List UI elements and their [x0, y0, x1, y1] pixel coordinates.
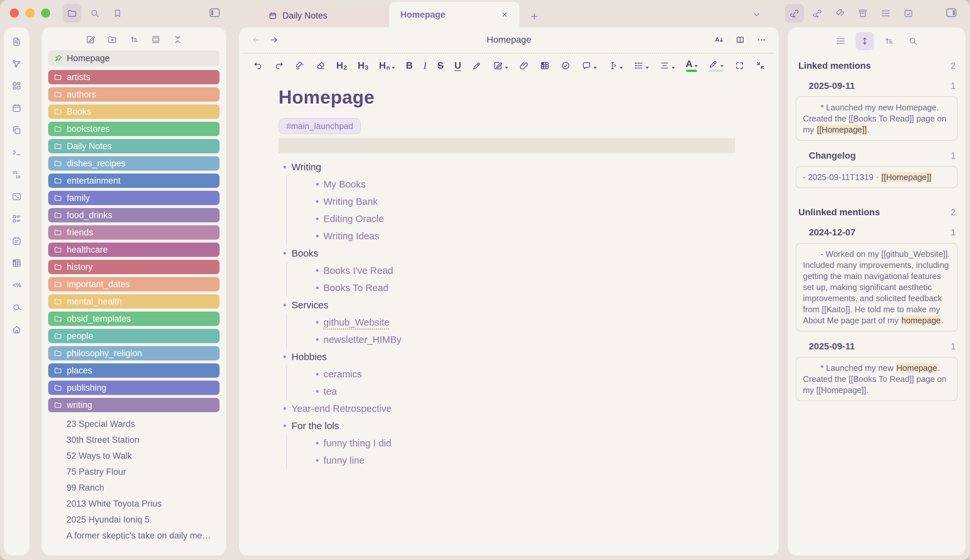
minimize-window-button[interactable] [25, 8, 35, 18]
folder-people[interactable]: people [48, 329, 220, 343]
outgoing-links-button[interactable] [808, 4, 827, 23]
home-button[interactable] [12, 324, 22, 335]
underline-button[interactable]: U [449, 60, 467, 71]
graph-view-button[interactable] [12, 58, 22, 69]
collapse-all-button[interactable] [173, 35, 183, 45]
mention-group-2025-09-11[interactable]: 2025-09-111 [796, 71, 958, 97]
duplicate-note-button[interactable] [12, 125, 22, 135]
fullscreen-button[interactable] [729, 60, 750, 71]
text-transform-button[interactable] [602, 60, 628, 71]
note-link-ceramics[interactable]: ceramics [287, 365, 735, 383]
text-color-button[interactable]: A [680, 59, 703, 72]
folder-friends[interactable]: friends [48, 225, 220, 240]
note-link-funny-line[interactable]: funny line [287, 452, 735, 469]
italic-button[interactable]: I [418, 60, 432, 71]
daily-notes-button[interactable] [12, 236, 22, 246]
new-tab-button[interactable] [529, 12, 539, 22]
mention-group-2025-09-11[interactable]: 2025-09-111 [796, 332, 958, 357]
toggle-right-sidebar-button[interactable] [945, 7, 958, 19]
new-folder-button[interactable] [107, 35, 117, 45]
calendar-button[interactable] [12, 103, 22, 113]
archive-button[interactable] [853, 4, 872, 23]
close-tab-button[interactable] [501, 11, 508, 18]
daily-note-button[interactable] [899, 4, 918, 23]
note-link-writing-bank[interactable]: Writing Bank [287, 193, 735, 210]
file-23-special-wards[interactable]: 23 Special Wards [48, 416, 220, 432]
folder-history[interactable]: history [48, 260, 220, 274]
new-note-button[interactable] [85, 35, 95, 45]
folder-food-drinks[interactable]: food_drinks [48, 208, 220, 222]
file-99-ranch[interactable]: 99 Ranch [48, 480, 220, 496]
mention-card[interactable]: - 2025-09-11T1319 · [[Homepage]] [796, 166, 958, 188]
files-button[interactable] [63, 4, 82, 23]
search-button[interactable] [85, 4, 104, 23]
strikethrough-button[interactable]: S [432, 60, 449, 71]
folder-philosophy-religion[interactable]: philosophy_religion [48, 346, 220, 360]
highlight-color-button[interactable] [703, 59, 729, 72]
list-format-button[interactable] [628, 60, 654, 71]
task-button[interactable] [555, 60, 576, 71]
sort-order-button[interactable] [129, 35, 139, 45]
tab-homepage[interactable]: Homepage [389, 2, 519, 27]
search-mentions-button[interactable] [904, 32, 922, 50]
note-link-my-books[interactable]: My Books [287, 175, 735, 193]
sort-results-button[interactable] [880, 32, 898, 50]
file-search-button[interactable] [12, 37, 22, 47]
heading-3-button[interactable]: H3 [352, 60, 374, 71]
note-link-year-end-retrospective[interactable]: Year-end Retrospective [279, 400, 735, 417]
note-link-editing-oracle[interactable]: Editing Oracle [287, 210, 735, 227]
folder-daily-notes[interactable]: Daily Notes [48, 139, 220, 153]
insert-callout-button[interactable] [488, 60, 514, 71]
tab-daily-notes[interactable]: Daily Notes [257, 4, 389, 27]
file-75-pastry-flour[interactable]: 75 Pastry Flour [48, 464, 220, 480]
forward-button[interactable] [269, 35, 279, 45]
show-more-context-button[interactable] [856, 32, 874, 50]
card-board-button[interactable] [12, 213, 22, 224]
outline-button[interactable] [831, 32, 850, 50]
folder-artists[interactable]: artists [48, 70, 220, 84]
folder-authors[interactable]: authors [48, 87, 220, 102]
insert-table-button[interactable] [534, 60, 555, 71]
expand-all-button[interactable] [151, 35, 161, 45]
backlinks-button[interactable] [785, 4, 804, 23]
heading-n-button[interactable]: Hn [374, 60, 401, 71]
note-link-github-website[interactable]: github_Website [287, 313, 735, 331]
mention-group-changelog[interactable]: Changelog1 [796, 141, 958, 166]
highlight-button[interactable] [467, 60, 488, 71]
bookmarks-button[interactable] [108, 4, 127, 23]
reading-view-button[interactable] [735, 35, 745, 45]
redo-button[interactable] [269, 60, 289, 71]
folder-family[interactable]: family [48, 191, 220, 205]
file-2013-white-toyota-prius[interactable]: 2013 White Toyota Prius [48, 496, 220, 512]
folder-places[interactable]: places [48, 363, 220, 378]
folder-mental-health[interactable]: mental_health [48, 294, 220, 308]
note-link-books-i-ve-read[interactable]: Books I've Read [287, 262, 735, 279]
file-52-ways-to-walk[interactable]: 52 Ways to Walk [48, 448, 220, 464]
tags-button[interactable] [831, 4, 850, 23]
note-link-books-to-read[interactable]: Books To Read [287, 279, 735, 296]
attachment-button[interactable] [514, 60, 534, 71]
folder-healthcare[interactable]: healthcare [48, 243, 220, 257]
comment-button[interactable] [576, 60, 602, 71]
workspaces-button[interactable] [12, 81, 22, 91]
folder-books[interactable]: Books [48, 105, 220, 119]
note-link-tea[interactable]: tea [287, 383, 735, 400]
random-note-button[interactable] [12, 192, 22, 202]
vault-search-button[interactable] [12, 302, 22, 313]
line-spacing-button[interactable] [654, 60, 680, 71]
terminal-button[interactable] [12, 147, 22, 158]
note-link-newsletter-himby[interactable]: newsletter_HIMBy [287, 331, 735, 348]
tag-main-launchpad[interactable]: #main_launchpad [279, 118, 361, 134]
folder-important-dates[interactable]: important_dates [48, 277, 220, 292]
tab-list-chevron-button[interactable] [752, 10, 761, 20]
mention-card[interactable]: * Launched my new Homepage. Created the … [796, 357, 958, 401]
heading-2-button[interactable]: H2 [331, 60, 352, 71]
file-a-former-skeptic-s-take-on-daily-me[interactable]: A former skeptic's take on daily me… [48, 528, 220, 544]
pinned-note-homepage[interactable]: Homepage [48, 50, 220, 66]
file-2025-hyundai-ioniq-5[interactable]: 2025 Hyundai Ioniq 5 [48, 512, 220, 528]
fold-button[interactable] [750, 60, 771, 71]
note-link-writing-ideas[interactable]: Writing Ideas [287, 227, 735, 245]
more-options-button[interactable] [756, 35, 766, 45]
folder-writing[interactable]: writing [48, 398, 220, 412]
binary-button[interactable]: 0110 [12, 169, 22, 180]
